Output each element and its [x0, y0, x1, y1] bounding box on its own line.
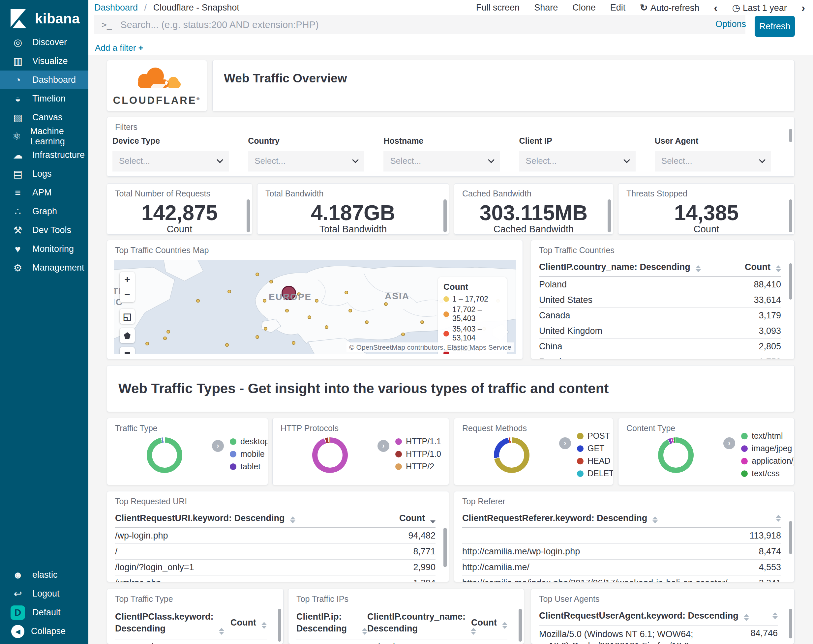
sort-icon [290, 517, 295, 523]
zoom-in-button[interactable]: + [120, 272, 135, 287]
search-input[interactable] [120, 20, 738, 30]
sidebar-item-logout[interactable]: ↩ Logout [0, 584, 88, 603]
options-link[interactable]: Options [715, 19, 746, 29]
sidebar-item[interactable]: ◔ Dashboard [0, 71, 88, 89]
cloudflare-logo-panel: CLOUDFLARE® [107, 60, 207, 111]
legend-item[interactable]: DELETE [577, 469, 613, 478]
count-col-header[interactable]: Count [399, 510, 436, 527]
count-col-header[interactable]: Count [745, 259, 781, 276]
http-protocols-donut[interactable] [312, 437, 348, 473]
filter-select[interactable]: Select... [248, 151, 364, 172]
panel-scrollbar[interactable] [443, 527, 447, 567]
filter-field: Hostname Select... [383, 136, 500, 172]
sidebar-item[interactable]: ◎ Discover [0, 33, 88, 52]
zoom-out-button[interactable]: − [120, 287, 135, 302]
legend-item[interactable]: image/jpeg [741, 444, 795, 453]
legend-item[interactable]: HTTP/2 [395, 462, 441, 471]
panel-scrollbar[interactable] [789, 263, 792, 300]
ip-col-header[interactable]: ClientIP.ip: Descending [296, 607, 367, 639]
sidebar-item[interactable]: ▥ Visualize [0, 52, 88, 71]
auto-refresh-button[interactable]: ↻Auto-refresh [640, 2, 699, 13]
legend-color-dot [395, 451, 402, 457]
panel-scrollbar[interactable] [789, 521, 792, 554]
referer-col-header[interactable]: ClientRequestReferer.keyword: Descending [462, 510, 658, 527]
sidebar-item-label: Dashboard [32, 75, 76, 85]
panel-scrollbar[interactable] [247, 199, 250, 232]
legend-item[interactable]: GET [577, 444, 613, 453]
rectangle-tool-button[interactable] [120, 347, 135, 354]
legend-expand-button[interactable]: › [377, 440, 390, 452]
count-col-header[interactable]: Count [230, 613, 267, 632]
panel-scrollbar[interactable] [789, 199, 792, 232]
share-button[interactable]: Share [534, 3, 558, 13]
sidebar-item[interactable]: ▧ Canvas [0, 108, 88, 127]
sidebar-item[interactable]: ∴ Graph [0, 202, 88, 221]
map-canvas[interactable]: EUROPE ASIA TH IC + − ◱ Count 1 – 17,702… [114, 260, 516, 354]
legend-item[interactable]: HTTP/1.1 [395, 437, 441, 446]
polygon-tool-button[interactable] [120, 328, 135, 343]
filters-scrollbar[interactable] [789, 129, 792, 142]
legend-expand-button[interactable]: › [559, 437, 571, 449]
donut-title: Traffic Type [115, 423, 158, 433]
uri-col-header[interactable]: ClientRequestURI.keyword: Descending [115, 510, 295, 527]
count-col-header[interactable] [770, 609, 778, 623]
section-header-panel: Web Traffic Types - Get insight into the… [107, 365, 795, 412]
sidebar-item[interactable]: ☁ Infrastructure [0, 146, 88, 164]
sidebar-item-label: Logs [32, 169, 52, 179]
filter-select[interactable]: Select... [383, 151, 500, 172]
sidebar-item[interactable]: ⚒ Dev Tools [0, 221, 88, 239]
clone-button[interactable]: Clone [572, 3, 596, 13]
kibana-logo[interactable]: kibana [0, 0, 88, 38]
add-filter-button[interactable]: Add a filter + [95, 43, 143, 53]
legend-item[interactable]: POST [577, 431, 613, 441]
sidebar-item-user[interactable]: ☻ elastic [0, 566, 88, 584]
legend-item[interactable]: text/html [741, 431, 795, 441]
sidebar-item-collapse[interactable]: ◀ Collapse [0, 622, 88, 641]
traffic-type-donut[interactable] [147, 437, 182, 473]
legend-color-dot [395, 438, 402, 445]
sidebar-item[interactable]: ≡ APM [0, 183, 88, 202]
countries-col-header[interactable]: ClientIP.country_name: Descending [539, 259, 701, 276]
panel-scrollbar[interactable] [518, 609, 522, 642]
sidebar-item-label: Visualize [32, 56, 68, 66]
sidebar-item[interactable]: ▤ Logs [0, 164, 88, 183]
row-value: 94,482 [408, 531, 436, 541]
class-col-header[interactable]: ClientIPClass.keyword: Descending [115, 607, 224, 639]
legend-item[interactable]: tablet [230, 462, 268, 471]
legend-item[interactable]: HTTP/1.0 [395, 449, 441, 459]
count-col-header[interactable]: Count [471, 613, 508, 632]
ua-col-header[interactable]: ClientRequestUserAgent.keyword: Descendi… [539, 607, 749, 625]
legend-item[interactable]: application/javascript [741, 456, 795, 466]
sidebar-item[interactable]: ♥ Monitoring [0, 239, 88, 258]
count-col-header[interactable] [770, 512, 781, 526]
edit-button[interactable]: Edit [610, 3, 626, 13]
sidebar-item[interactable]: ◒ Timelion [0, 89, 88, 108]
legend-item[interactable]: text/css [741, 469, 795, 478]
sidebar-item-space-default[interactable]: D Default [0, 603, 88, 622]
full-screen-button[interactable]: Full screen [476, 3, 520, 13]
request-methods-donut[interactable] [494, 437, 529, 473]
filter-select[interactable]: Select... [112, 151, 229, 172]
filter-select[interactable]: Select... [519, 151, 636, 172]
panel-scrollbar[interactable] [278, 609, 281, 642]
refresh-button[interactable]: Refresh [755, 16, 795, 37]
content-type-donut[interactable] [658, 437, 694, 473]
time-forward-button[interactable]: › [801, 2, 805, 13]
time-back-button[interactable]: ‹ [714, 2, 717, 13]
map-traffic-dot [163, 336, 167, 340]
time-picker[interactable]: ◷Last 1 year [732, 2, 787, 13]
legend-expand-button[interactable]: › [723, 437, 735, 449]
legend-item[interactable]: mobile [230, 449, 268, 459]
sidebar-item[interactable]: ⚛ Machine Learning [0, 127, 88, 146]
legend-expand-button[interactable]: › [212, 440, 224, 452]
filter-select[interactable]: Select... [655, 151, 771, 172]
panel-scrollbar[interactable] [443, 199, 447, 232]
country-col-header[interactable]: ClientIP.country_name: Descending [367, 607, 456, 639]
panel-scrollbar[interactable] [607, 199, 611, 232]
panel-scrollbar[interactable] [789, 609, 792, 638]
breadcrumb-dashboard-link[interactable]: Dashboard [94, 3, 138, 12]
crop-tool-button[interactable]: ◱ [120, 309, 135, 324]
sidebar-item[interactable]: ⚙ Management [0, 258, 88, 277]
legend-item[interactable]: HEAD [577, 456, 613, 466]
legend-item[interactable]: desktop [230, 437, 268, 446]
